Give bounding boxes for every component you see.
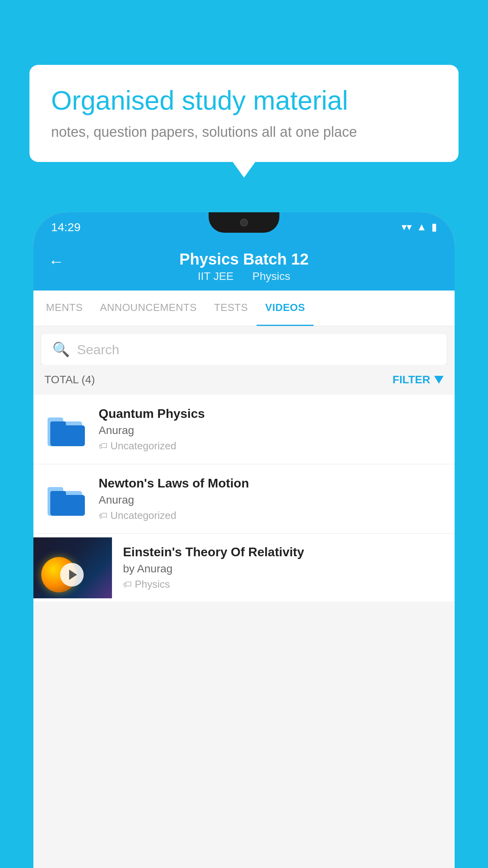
phone-inner: 14:29 ▾▾ ▲ ▮ ← Physics Batch 12 IIT JEE … (33, 212, 455, 868)
folder-thumb-2 (44, 480, 88, 518)
tag-label-3: Physics (135, 578, 170, 590)
header-title: Physics Batch 12 (179, 250, 308, 268)
status-icons: ▾▾ ▲ ▮ (402, 221, 437, 233)
tab-tests[interactable]: TESTS (205, 291, 257, 326)
list-item[interactable]: Newton's Laws of Motion Anurag 🏷 Uncateg… (33, 464, 455, 534)
video-title-1: Quantum Physics (99, 406, 444, 421)
filter-label: FILTER (393, 373, 430, 386)
phone-frame: 14:29 ▾▾ ▲ ▮ ← Physics Batch 12 IIT JEE … (33, 212, 455, 868)
search-input-placeholder[interactable]: Search (77, 342, 119, 357)
video-list: Quantum Physics Anurag 🏷 Uncategorized (33, 395, 455, 601)
tag-icon-2: 🏷 (99, 511, 107, 521)
signal-icon: ▲ (416, 221, 427, 233)
video-tag-2: 🏷 Uncategorized (99, 509, 444, 522)
speech-bubble: Organised study material notes, question… (29, 65, 459, 162)
bubble-title: Organised study material (51, 85, 437, 117)
header-subtitle-iitjee: IIT JEE (198, 270, 233, 282)
play-triangle-icon (69, 570, 77, 580)
phone-screen: 🔍 Search TOTAL (4) FILTER (33, 326, 455, 868)
header-subtitle: IIT JEE Physics (194, 270, 294, 283)
video-info-2: Newton's Laws of Motion Anurag 🏷 Uncateg… (99, 476, 444, 522)
tabs-bar: MENTS ANNOUNCEMENTS TESTS VIDEOS (33, 291, 455, 326)
wifi-icon: ▾▾ (402, 221, 412, 233)
video-title-2: Newton's Laws of Motion (99, 476, 444, 491)
folder-icon-2 (48, 482, 85, 516)
total-label: TOTAL (4) (44, 373, 95, 386)
tag-label-1: Uncategorized (110, 440, 176, 452)
tag-label-2: Uncategorized (110, 509, 176, 522)
filter-bar: TOTAL (4) FILTER (33, 365, 455, 395)
list-item[interactable]: Quantum Physics Anurag 🏷 Uncategorized (33, 395, 455, 464)
filter-button[interactable]: FILTER (393, 373, 444, 386)
tag-icon-3: 🏷 (123, 579, 132, 590)
video-thumbnail-3 (33, 537, 112, 598)
video-author-3: by Anurag (123, 563, 444, 575)
filter-icon (434, 376, 444, 384)
status-time: 14:29 (51, 221, 81, 234)
tag-icon-1: 🏷 (99, 441, 107, 451)
battery-icon: ▮ (431, 221, 437, 233)
bubble-subtitle: notes, question papers, solutions all at… (51, 124, 437, 140)
video-author-1: Anurag (99, 424, 444, 437)
status-bar: 14:29 ▾▾ ▲ ▮ (33, 212, 455, 242)
folder-thumb-1 (44, 411, 88, 448)
svg-rect-3 (50, 421, 66, 428)
video-info-3: Einstein's Theory Of Relativity by Anura… (112, 534, 444, 601)
back-button[interactable]: ← (48, 253, 64, 270)
folder-icon-1 (48, 413, 85, 446)
tab-ments[interactable]: MENTS (37, 291, 92, 326)
camera-dot (240, 219, 248, 226)
tab-videos[interactable]: VIDEOS (257, 291, 314, 326)
video-title-3: Einstein's Theory Of Relativity (123, 545, 444, 559)
notch (209, 212, 279, 233)
video-tag-3: 🏷 Physics (123, 578, 444, 590)
video-author-2: Anurag (99, 494, 444, 506)
tab-announcements[interactable]: ANNOUNCEMENTS (92, 291, 205, 326)
search-bar[interactable]: 🔍 Search (41, 334, 447, 365)
header-subtitle-physics: Physics (252, 270, 290, 282)
search-icon: 🔍 (52, 341, 70, 358)
video-tag-1: 🏷 Uncategorized (99, 440, 444, 452)
list-item[interactable]: Einstein's Theory Of Relativity by Anura… (33, 534, 455, 601)
app-header: ← Physics Batch 12 IIT JEE Physics (33, 242, 455, 291)
play-button-3[interactable] (60, 563, 84, 587)
svg-rect-7 (50, 491, 66, 498)
video-info-1: Quantum Physics Anurag 🏷 Uncategorized (99, 406, 444, 452)
